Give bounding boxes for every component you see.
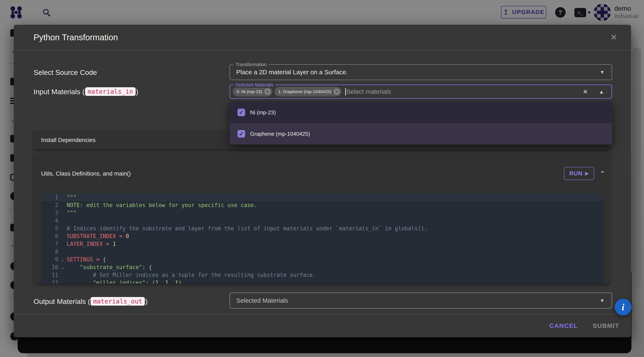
material-chip[interactable]: 0: Ni (mp-23)×: [233, 87, 272, 97]
clear-selection-icon[interactable]: ✕: [583, 88, 588, 95]
code-token: : {: [142, 264, 152, 270]
line-number: 8: [41, 249, 58, 255]
line-number: 5: [41, 225, 58, 232]
utils-accordion: Utils, Class Definitions, and main() RUN…: [34, 154, 610, 284]
app-root: ↥ UPGRADE ? >_ ▾ demo Individual + ∴: [0, 0, 644, 357]
code-editor[interactable]: 1"""2NOTE: edit the variables below for …: [41, 193, 604, 284]
line-number: 6: [41, 233, 58, 239]
code-text: # Indices identify the substrate and lay…: [67, 225, 604, 232]
code-token: SETTINGS: [67, 256, 93, 263]
code-line[interactable]: 3""": [41, 209, 604, 217]
code-line[interactable]: 10⌄ "substrate_surface": {: [41, 263, 604, 271]
chevron-down-icon[interactable]: ▼: [600, 65, 604, 80]
play-icon: ▶: [585, 171, 589, 176]
submit-button[interactable]: SUBMIT: [593, 322, 619, 329]
code-token: SUBSTRATE_INDEX: [67, 233, 116, 239]
option-label: Ni (mp-23): [250, 109, 276, 116]
text-cursor: [345, 88, 346, 95]
line-number: 4: [41, 217, 58, 224]
material-chips: 0: Ni (mp-23)×1: Graphene (mp-1040425)×: [233, 87, 344, 97]
checkbox-checked-icon[interactable]: ✓: [238, 130, 245, 138]
code-token: 1: [175, 280, 178, 284]
line-number: 7: [41, 241, 58, 247]
code-token: 1: [112, 241, 116, 247]
code-token: "substrate_surface": [80, 264, 142, 270]
output-materials-label: Output Materials (materials_out): [34, 297, 148, 306]
install-dependencies-label: Install Dependencies: [41, 137, 96, 143]
material-option[interactable]: ✓Graphene (mp-1040425): [230, 123, 612, 145]
close-icon[interactable]: ✕: [609, 32, 619, 42]
code-line[interactable]: 9⌄SETTINGS = {: [41, 255, 604, 263]
code-token: LAYER_INDEX: [67, 241, 103, 247]
code-token: """: [67, 194, 76, 201]
code-token: =: [93, 256, 103, 263]
chip-label: 0: Ni (mp-23): [236, 89, 262, 94]
output-select-value: Selected Materials: [236, 293, 288, 308]
code-token: {: [103, 256, 106, 263]
code-text: SUBSTRATE_INDEX = 0: [67, 233, 604, 239]
output-materials-select[interactable]: Selected Materials ▼: [230, 293, 612, 308]
code-text: """: [67, 210, 604, 216]
materials-out-code-chip: materials_out: [90, 297, 145, 306]
materials-dropdown-menu: ✓Ni (mp-23)✓Graphene (mp-1040425): [230, 102, 612, 145]
line-number: 11: [41, 272, 58, 278]
transformation-select-value: Place a 2D material Layer on a Surface.: [236, 65, 348, 80]
code-token: : (: [146, 280, 155, 284]
material-chip[interactable]: 1: Graphene (mp-1040425)×: [274, 87, 342, 97]
code-token: ,: [158, 280, 165, 284]
material-option[interactable]: ✓Ni (mp-23): [230, 102, 612, 123]
fold-icon[interactable]: ⌄: [58, 257, 67, 262]
option-label: Graphene (mp-1040425): [250, 131, 310, 137]
code-text: NOTE: edit the variables below for your …: [67, 202, 604, 208]
code-line[interactable]: 6SUBSTRATE_INDEX = 0: [41, 232, 604, 240]
select-materials-placeholder: Select materials: [346, 88, 391, 95]
code-token: "miller_indices": [93, 280, 145, 284]
code-text: """: [67, 194, 604, 201]
chevron-down-icon[interactable]: ▼: [600, 293, 604, 308]
code-token: 1: [155, 280, 159, 284]
code-line[interactable]: 4: [41, 217, 604, 224]
code-token: NOTE: edit the variables below for your …: [67, 202, 257, 208]
dialog-footer: CANCEL SUBMIT: [14, 314, 631, 337]
code-line[interactable]: 5# Indices identify the substrate and la…: [41, 224, 604, 232]
utils-accordion-label: Utils, Class Definitions, and main(): [41, 170, 131, 177]
code-line[interactable]: 7LAYER_INDEX = 1: [41, 240, 604, 248]
chip-remove-icon[interactable]: ×: [264, 89, 271, 95]
selected-materials-label: Selected Materials: [234, 82, 275, 88]
header-divider: [14, 50, 631, 50]
chip-remove-icon[interactable]: ×: [334, 89, 340, 95]
code-line[interactable]: 8: [41, 248, 604, 255]
line-number: 3: [41, 210, 58, 216]
code-token: 1: [165, 280, 168, 284]
code-token: """: [67, 210, 76, 216]
collapse-accordion-icon[interactable]: ⌃: [600, 169, 606, 178]
code-line[interactable]: 1""": [41, 193, 604, 201]
code-token: [67, 264, 80, 270]
line-number: 10: [41, 264, 58, 270]
cancel-button[interactable]: CANCEL: [549, 322, 578, 329]
run-button[interactable]: RUN ▶: [564, 167, 594, 180]
code-line[interactable]: 11 # Set Miller indices as a tuple for t…: [41, 271, 604, 279]
code-text: "substrate_surface": {: [67, 264, 604, 270]
line-number: 12: [41, 280, 58, 284]
code-line[interactable]: 2NOTE: edit the variables below for your…: [41, 201, 604, 209]
python-transformation-dialog: Python Transformation ✕ Select Source Co…: [14, 25, 631, 337]
dialog-title: Python Transformation: [34, 33, 118, 42]
line-number: 9: [41, 256, 58, 263]
code-token: # Set Miller indices as a tuple for the …: [67, 272, 316, 278]
code-text: "miller_indices": (1, 1, 1),: [67, 280, 604, 284]
code-text: # Set Miller indices as a tuple for the …: [67, 272, 604, 278]
code-text: LAYER_INDEX = 1: [67, 241, 604, 247]
line-number: 1: [41, 194, 58, 201]
materials-in-code-chip: materials_in: [85, 87, 136, 96]
chevron-up-icon[interactable]: ▲: [599, 89, 604, 95]
fold-icon[interactable]: ⌄: [58, 265, 67, 269]
info-button[interactable]: i: [615, 299, 632, 315]
input-materials-label: Input Materials (materials_in): [34, 88, 138, 96]
code-token: =: [103, 241, 112, 247]
transformation-select[interactable]: Transformation Place a 2D material Layer…: [230, 64, 612, 80]
code-line[interactable]: 12 "miller_indices": (1, 1, 1),: [41, 279, 604, 284]
code-token: =: [116, 233, 126, 239]
selected-materials-input[interactable]: Selected Materials 0: Ni (mp-23)×1: Grap…: [230, 85, 612, 99]
checkbox-checked-icon[interactable]: ✓: [238, 109, 245, 116]
